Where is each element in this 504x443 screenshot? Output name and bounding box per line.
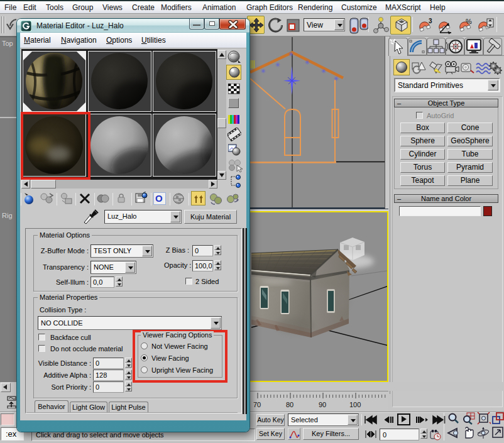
- svg-text:70: 70: [253, 401, 261, 408]
- svg-text:3: 3: [429, 18, 432, 25]
- svg-text:%: %: [466, 18, 472, 25]
- svg-text:80: 80: [286, 401, 293, 408]
- svg-text:90: 90: [319, 401, 326, 408]
- svg-text:100: 100: [349, 401, 361, 408]
